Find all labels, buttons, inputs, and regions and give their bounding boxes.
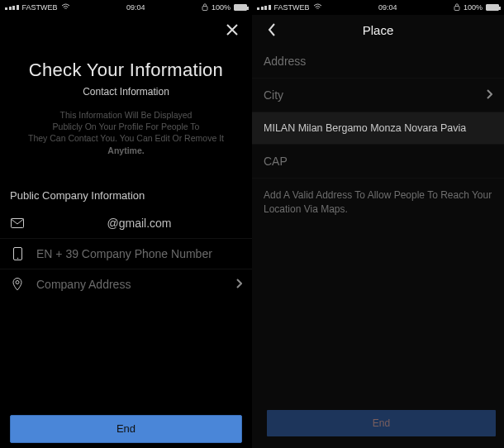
svg-rect-0 [202, 6, 207, 10]
lock-icon [454, 3, 460, 12]
help-text: Add A Valid Address To Allow People To R… [252, 179, 504, 226]
battery-pct: 100% [212, 3, 231, 12]
carrier-label: FASTWEB [274, 3, 310, 12]
wifi-icon [61, 3, 70, 12]
navbar: Place [252, 15, 504, 45]
back-icon[interactable] [255, 15, 288, 45]
address-label: Address [264, 55, 306, 68]
svg-point-4 [16, 280, 19, 284]
end-button[interactable]: End [267, 410, 496, 436]
carrier-label: FASTWEB [22, 3, 58, 12]
clock: 09:04 [378, 3, 397, 12]
pin-icon [10, 278, 25, 291]
phone-field[interactable] [0, 239, 252, 269]
address-row[interactable]: Address [252, 45, 504, 79]
cap-row[interactable]: CAP [252, 145, 504, 179]
city-selected-row[interactable]: MILAN Milan Bergamo Monza Novara Pavia [252, 112, 504, 145]
navbar [0, 15, 252, 45]
battery-icon [234, 4, 247, 11]
svg-rect-5 [454, 6, 459, 10]
close-icon[interactable] [216, 15, 249, 45]
description-text: This Information Will Be Displayed Publi… [18, 109, 234, 156]
screen-check-info: FASTWEB 09:04 100% Check Your Informatio… [0, 0, 252, 448]
status-bar: FASTWEB 09:04 100% [252, 0, 504, 15]
page-subtitle: Contact Information [0, 86, 252, 98]
chevron-right-icon [235, 278, 242, 291]
lock-icon [202, 3, 208, 12]
cap-label: CAP [264, 155, 288, 168]
clock: 09:04 [126, 3, 145, 12]
signal-icon [257, 5, 271, 10]
address-field[interactable] [0, 269, 252, 299]
nav-title: Place [363, 23, 394, 37]
end-button[interactable]: End [10, 415, 242, 443]
email-field[interactable]: @gmail.com [0, 208, 252, 238]
section-label: Public Company Information [10, 189, 242, 202]
mail-icon [10, 218, 25, 228]
phone-icon [10, 247, 25, 260]
city-row[interactable]: City [252, 79, 504, 112]
battery-icon [486, 4, 499, 11]
chevron-right-icon [486, 88, 492, 102]
email-value: @gmail.com [36, 217, 242, 230]
wifi-icon [313, 3, 322, 12]
phone-input[interactable] [36, 247, 242, 260]
screen-place: FASTWEB 09:04 100% Place Address City MI… [252, 0, 504, 448]
status-bar: FASTWEB 09:04 100% [0, 0, 252, 15]
address-input[interactable] [36, 278, 224, 291]
signal-icon [5, 5, 19, 10]
page-title: Check Your Information [0, 60, 252, 81]
svg-rect-1 [12, 218, 24, 227]
battery-pct: 100% [464, 3, 483, 12]
city-label: City [264, 88, 283, 102]
city-selected-value: MILAN Milan Bergamo Monza Novara Pavia [264, 122, 466, 134]
svg-point-3 [17, 257, 18, 259]
